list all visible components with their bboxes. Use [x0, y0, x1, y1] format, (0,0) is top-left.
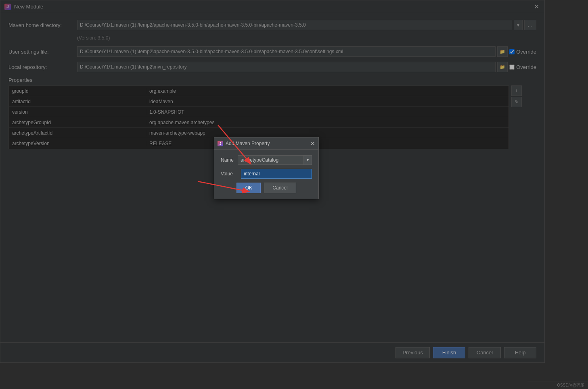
modal-cancel-button[interactable]: Cancel — [264, 183, 296, 193]
modal-name-label: Name — [221, 157, 238, 163]
modal-name-row: Name ▼ — [221, 155, 312, 165]
modal-close-button[interactable]: ✕ — [310, 140, 315, 147]
modal-app-icon: J — [218, 141, 223, 146]
modal-value-label: Value — [221, 171, 241, 177]
modal-buttons: OK Cancel — [221, 183, 312, 193]
add-maven-property-dialog: J Add Maven Property ✕ Name ▼ Value OK C… — [214, 137, 319, 199]
modal-value-input[interactable] — [241, 169, 312, 179]
modal-name-input[interactable] — [238, 155, 304, 165]
status-bar: OSSD/V@码压: — [527, 381, 588, 389]
status-text: OSSD/V@码压: — [557, 383, 586, 388]
modal-name-input-group: ▼ — [238, 155, 312, 165]
modal-title-left: J Add Maven Property — [218, 141, 270, 146]
modal-name-dropdown-button[interactable]: ▼ — [304, 155, 312, 165]
modal-ok-button[interactable]: OK — [236, 183, 261, 193]
modal-content: Name ▼ Value OK Cancel — [214, 150, 318, 199]
modal-value-row: Value — [221, 169, 312, 179]
modal-title-bar: J Add Maven Property ✕ — [214, 137, 318, 150]
modal-title: Add Maven Property — [226, 141, 270, 146]
